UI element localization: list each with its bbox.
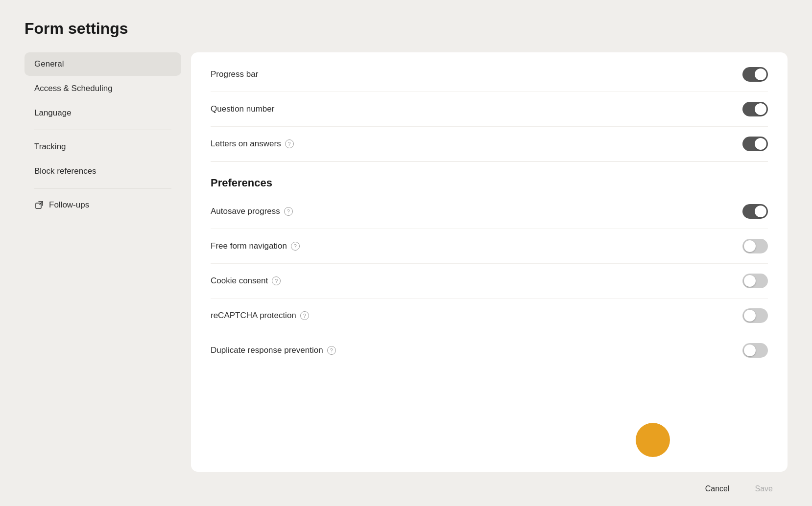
setting-label-letters-on-answers: Letters on answers ? (211, 139, 294, 149)
setting-label-question-number: Question number (211, 104, 274, 114)
setting-label-autosave-progress: Autosave progress ? (211, 207, 293, 216)
sidebar: General Access & Scheduling Language Tra… (24, 52, 191, 472)
cancel-button[interactable]: Cancel (695, 480, 740, 498)
sidebar-item-access-scheduling[interactable]: Access & Scheduling (24, 77, 181, 100)
setting-row-recaptcha: reCAPTCHA protection ? (211, 299, 768, 333)
setting-label-recaptcha: reCAPTCHA protection ? (211, 311, 309, 321)
setting-row-duplicate-response: Duplicate response prevention ? (211, 333, 768, 368)
sidebar-divider-1 (34, 130, 171, 130)
toggle-free-form-navigation[interactable] (742, 239, 768, 253)
setting-row-letters-on-answers: Letters on answers ? (211, 127, 768, 161)
content-area: Progress bar Question number Lett (191, 52, 788, 472)
setting-row-free-form-navigation: Free form navigation ? (211, 229, 768, 264)
help-icon-letters-on-answers[interactable]: ? (285, 139, 294, 148)
setting-row-progress-bar: Progress bar (211, 57, 768, 92)
help-icon-recaptcha[interactable]: ? (300, 311, 309, 320)
toggle-recaptcha[interactable] (742, 308, 768, 323)
external-link-icon (34, 200, 44, 210)
sidebar-divider-2 (34, 188, 171, 188)
setting-label-progress-bar: Progress bar (211, 69, 258, 79)
save-button[interactable]: Save (745, 480, 783, 498)
setting-label-duplicate-response: Duplicate response prevention ? (211, 345, 336, 355)
sidebar-item-block-references[interactable]: Block references (24, 160, 181, 183)
sidebar-item-tracking[interactable]: Tracking (24, 135, 181, 159)
sidebar-item-follow-ups[interactable]: Follow-ups (24, 193, 181, 217)
setting-row-autosave-progress: Autosave progress ? (211, 194, 768, 229)
help-icon-cookie[interactable]: ? (272, 276, 281, 285)
sidebar-item-language[interactable]: Language (24, 101, 181, 125)
sidebar-item-general[interactable]: General (24, 52, 181, 76)
help-icon-duplicate-response[interactable]: ? (327, 346, 336, 355)
help-icon-free-form[interactable]: ? (291, 242, 300, 251)
help-icon-autosave[interactable]: ? (284, 207, 293, 216)
setting-row-question-number: Question number (211, 92, 768, 127)
toggle-question-number[interactable] (742, 102, 768, 116)
setting-row-cookie-consent: Cookie consent ? (211, 264, 768, 299)
toggle-letters-on-answers[interactable] (742, 137, 768, 151)
preferences-section-title: Preferences (211, 162, 768, 194)
orange-circle-decoration (636, 423, 670, 457)
bottom-bar: Cancel Save (24, 472, 788, 506)
setting-label-free-form-navigation: Free form navigation ? (211, 241, 300, 251)
setting-label-cookie-consent: Cookie consent ? (211, 276, 281, 286)
toggle-progress-bar[interactable] (742, 67, 768, 82)
toggle-autosave-progress[interactable] (742, 204, 768, 219)
page-title: Form settings (24, 20, 788, 38)
toggle-cookie-consent[interactable] (742, 274, 768, 288)
toggle-duplicate-response[interactable] (742, 343, 768, 358)
